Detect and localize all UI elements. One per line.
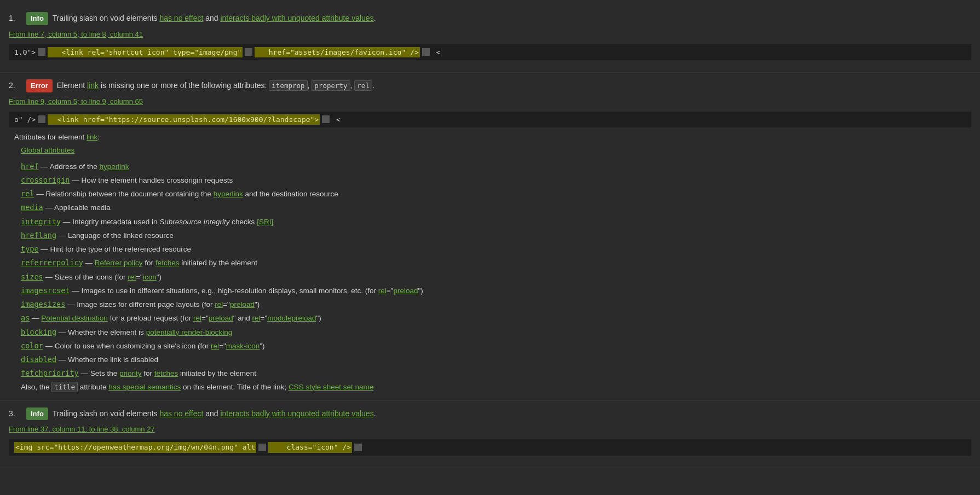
attr-blocking-desc: — Whether the element is potentially ren… [59, 328, 232, 336]
rel-preload-link-2[interactable]: rel [215, 300, 223, 308]
attr-as-desc: — Potential destination for a preload re… [32, 314, 321, 322]
attr-hreflang: hreflang — Language of the linked resour… [14, 230, 971, 241]
attr-fetchpriority-link[interactable]: fetchpriority [21, 369, 79, 377]
rel-modulepreload-link[interactable]: rel [252, 314, 261, 322]
hyperlink-link-2[interactable]: hyperlink [214, 190, 243, 198]
attr-crossorigin-link[interactable]: crossorigin [21, 176, 70, 184]
code-icon-3 [422, 48, 430, 56]
attr-referrerpolicy: referrerpolicy — Referrer policy for fet… [14, 257, 971, 269]
title-code: title [51, 382, 78, 392]
message-1-header: 1. Info Trailing slash on void elements … [9, 12, 971, 25]
validation-results: 1. Info Trailing slash on void elements … [0, 0, 980, 474]
attr-blocking: blocking — Whether the element is potent… [14, 327, 971, 338]
attr-media-link[interactable]: media [21, 203, 43, 212]
attr-color-link[interactable]: color [21, 341, 43, 350]
attr-crossorigin-desc: — How the element handles crossorigin re… [72, 176, 233, 184]
message-1-location: From line 7, column 5; to line 8, column… [9, 28, 971, 40]
global-attrs-link[interactable]: Global attributes [14, 145, 971, 156]
rel-preload-link-1[interactable]: rel [378, 287, 387, 295]
message-2-location: From line 9, column 5; to line 9, column… [9, 96, 971, 107]
message-2-badge: Error [26, 79, 53, 92]
attr-integrity: integrity — Integrity metadata used in S… [14, 216, 971, 228]
preload-link-3[interactable]: preload [209, 314, 233, 322]
message-3-number: 3. [9, 408, 20, 420]
attrs-element-link[interactable]: link [87, 133, 97, 141]
code-highlight-1: <link rel="shortcut icon" type="image/pn… [48, 47, 243, 58]
message-3-location-link[interactable]: From line 37, column 11; to line 38, col… [9, 425, 155, 433]
potential-dest-link[interactable]: Potential destination [41, 314, 108, 322]
attr-type: type — Hint for the type of the referenc… [14, 243, 971, 255]
referrer-policy-link[interactable]: Referrer policy [95, 259, 143, 267]
preload-link-1[interactable]: preload [393, 287, 418, 295]
message-2-number: 2. [9, 80, 20, 91]
hyperlink-link-1[interactable]: hyperlink [100, 162, 129, 171]
message-1-link1[interactable]: has no effect [159, 14, 203, 22]
rel-icon-link[interactable]: rel [128, 273, 136, 281]
attr-hreflang-link[interactable]: hreflang [21, 231, 56, 240]
attr-rel: rel [354, 80, 372, 91]
message-3-code: <img src="https://openweathermap.org/img… [9, 439, 971, 456]
attr-type-link[interactable]: type [21, 244, 39, 253]
render-blocking-link[interactable]: potentially render-blocking [146, 328, 233, 336]
attr-itemprop: itemprop [269, 80, 307, 91]
attr-imagesrcset-link[interactable]: imagesrcset [21, 286, 70, 295]
code-icon-6 [258, 444, 266, 451]
message-1-location-link[interactable]: From line 7, column 5; to line 8, column… [9, 30, 143, 38]
attr-imagesizes: imagesizes — Image sizes for different p… [14, 299, 971, 310]
attr-rel-link[interactable]: rel [21, 189, 34, 198]
also-line: Also, the title attribute has special se… [14, 382, 971, 393]
attr-disabled-link[interactable]: disabled [21, 355, 56, 364]
attr-color-desc: — Color to use when customizing a site's… [45, 342, 264, 350]
attr-imagesrcset: imagesrcset — Images to use in different… [14, 285, 971, 296]
attr-disabled: disabled — Whether the link is disabled [14, 354, 971, 365]
attr-imagesizes-link[interactable]: imagesizes [21, 300, 65, 308]
attrs-section: Attributes for element link: Global attr… [9, 132, 971, 393]
modulepreload-link[interactable]: modulepreload [267, 314, 316, 322]
attr-as-link[interactable]: as [21, 313, 30, 322]
message-1-text: Trailing slash on void elements has no e… [53, 13, 376, 24]
message-2-location-link[interactable]: From line 9, column 5; to line 9, column… [9, 97, 143, 106]
code-tail-1: < [432, 47, 441, 58]
code-text: 1.0"> [14, 47, 36, 58]
attr-media: media — Applicable media [14, 202, 971, 213]
attr-blocking-link[interactable]: blocking [21, 328, 56, 336]
message-3-location: From line 37, column 11; to line 38, col… [9, 423, 971, 435]
attr-fetchpriority-desc: — Sets the priority for fetches initiate… [80, 369, 256, 377]
attr-sizes-link[interactable]: sizes [21, 272, 43, 281]
message-1-number: 1. [9, 13, 20, 24]
attr-type-desc: — Hint for the type of the referenced re… [41, 245, 191, 253]
priority-link[interactable]: priority [119, 369, 142, 377]
css-style-sheet-link[interactable]: CSS style sheet set name [289, 383, 373, 391]
message-3-link1[interactable]: has no effect [159, 409, 203, 418]
fetches-link-2[interactable]: fetches [154, 369, 178, 377]
rel-mask-icon-link[interactable]: rel [211, 342, 219, 350]
message-3-link2[interactable]: interacts badly with unquoted attribute … [220, 409, 373, 418]
message-3-text: Trailing slash on void elements has no e… [53, 408, 376, 420]
attr-integrity-link[interactable]: integrity [21, 217, 61, 226]
message-2-element-link[interactable]: link [87, 81, 99, 90]
attr-disabled-desc: — Whether the link is disabled [59, 356, 158, 364]
rel-preload-link-3[interactable]: rel [193, 314, 201, 322]
preload-link-2[interactable]: preload [230, 300, 255, 308]
message-3-badge: Info [26, 407, 48, 421]
attr-integrity-desc: — Integrity metadata used in Subresource… [63, 218, 273, 226]
code-highlight-2: href="assets/images/favicon.ico" /> [255, 47, 419, 58]
attr-color: color — Color to use when customizing a … [14, 340, 971, 352]
code-prefix: o" /> [14, 114, 36, 125]
message-2: 2. Error Element link is missing one or … [0, 73, 980, 401]
code-tail-2: < [332, 114, 341, 125]
fetches-link-1[interactable]: fetches [155, 259, 180, 267]
icon-link[interactable]: icon [143, 273, 157, 281]
message-2-text: Element link is missing one or more of t… [57, 80, 374, 91]
special-semantics-link[interactable]: has special semantics [108, 383, 181, 391]
code-icon-7 [354, 444, 362, 451]
code-highlight-4: <img src="https://openweathermap.org/img… [14, 442, 256, 453]
message-1-link2[interactable]: interacts badly with unquoted attribute … [220, 14, 373, 22]
attr-href: href — Address of the hyperlink [14, 161, 971, 172]
attr-referrerpolicy-link[interactable]: referrerpolicy [21, 258, 83, 267]
code-icon-5 [322, 115, 330, 123]
mask-icon-link[interactable]: mask-icon [226, 342, 260, 350]
attr-href-link[interactable]: href [21, 162, 39, 171]
attr-crossorigin: crossorigin — How the element handles cr… [14, 174, 971, 186]
sri-link[interactable]: [SRI] [257, 218, 273, 226]
